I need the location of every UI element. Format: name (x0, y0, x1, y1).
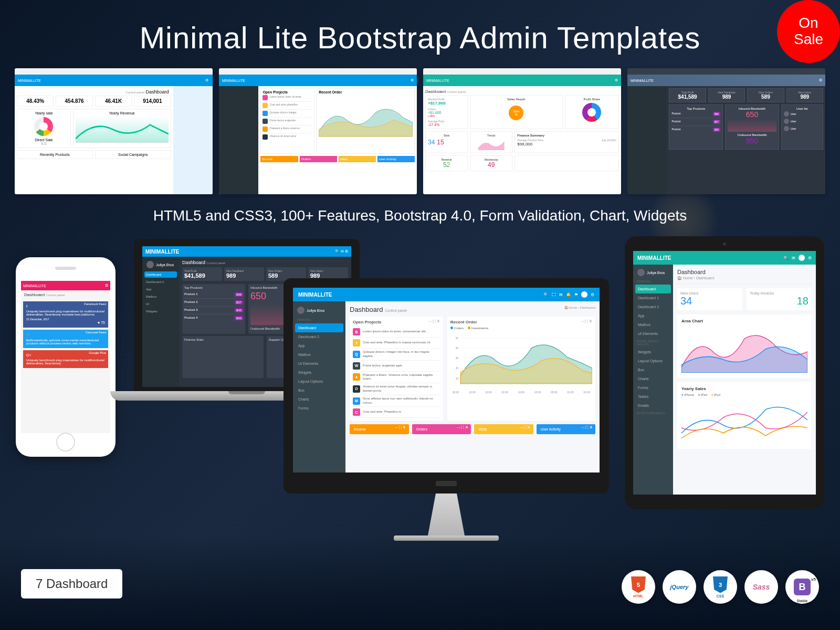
stat-value: -27.4% (428, 123, 465, 127)
visits-card[interactable]: Visits (339, 156, 376, 162)
thumbnail-dashboard-2[interactable]: MINIMALLITE⚙ Open Projects Lorem ipsum d… (219, 68, 417, 194)
sidebar-item[interactable]: Dashboard 2 (295, 332, 343, 341)
sidebar-item[interactable]: Dashboard 2 (144, 279, 177, 285)
stat-value: 589 (750, 94, 781, 100)
dashboard-title: Dashboard (677, 269, 706, 275)
sidebar-item[interactable]: Emails (635, 401, 671, 410)
sidebar-item[interactable]: App (295, 341, 343, 350)
bootstrap-icon: Bv5 Stable (785, 570, 819, 604)
brand-logo: MINIMALLITE (222, 79, 245, 82)
sidebar-item[interactable]: Tables (635, 392, 671, 401)
stat-value: +18% (428, 114, 465, 118)
avatar[interactable] (799, 255, 805, 261)
mail-icon[interactable]: ✉ (559, 292, 563, 297)
stat-value: $98,000 (517, 142, 616, 146)
panel-controls[interactable]: — ⛶ ✕ (428, 320, 439, 324)
sidebar-item[interactable]: UI Elements (295, 359, 343, 368)
gear-icon[interactable]: ⚙ (591, 292, 594, 297)
stat-value: 46.41K (98, 98, 129, 104)
sidebar-item[interactable]: Box (635, 365, 671, 374)
area-chart: 5040302010 18:0019:0020:0021:0022:0023:0… (450, 332, 592, 405)
sidebar-item[interactable]: Layout Options (295, 377, 343, 386)
thumbnail-dashboard-4[interactable]: MINIMALLITE⚙ Total Profit$41,589 New Fee… (627, 68, 825, 194)
breadcrumb: 🏠 Home › Dashboard (564, 306, 595, 309)
stat-value: 48.43% (19, 98, 51, 104)
project-item[interactable]: YCras sed ante. Phasellus in massa commo… (353, 338, 440, 349)
search-icon[interactable]: 🔍 (783, 256, 789, 260)
donut-chart (34, 117, 53, 136)
panel-title: Open Projects (262, 90, 312, 94)
tablet-mockup: MINIMALLITE 🔍 ✉ ⚙ Juliya Brus PERSONAL D… (625, 236, 824, 509)
stat-value: $41,589 (184, 272, 220, 279)
stat-label: Today Invoices (750, 291, 808, 295)
project-item[interactable]: QQuisque dictum. Integer nisl risus, in … (353, 349, 440, 361)
thumbnail-dashboard-1[interactable]: MINIMALLITE⚙ Control panel Dashboard 48.… (15, 68, 213, 194)
jquery-icon: jQuery (663, 570, 696, 604)
project-item[interactable]: APraesent a libero. Vivamus urna, vulput… (353, 372, 440, 384)
flag-icon[interactable]: ⚑ (574, 292, 578, 297)
sidebar-item[interactable]: Dashboard 2 (635, 302, 671, 311)
panel-title: Open Projects (353, 320, 381, 324)
sidebar-item[interactable]: Charts (295, 395, 343, 404)
area-chart (319, 94, 413, 141)
expand-icon[interactable]: ⛶ (552, 292, 556, 297)
income-card[interactable]: Income— ⛶ ✕ (350, 424, 409, 434)
sidebar-section-label: PERSONAL (295, 316, 343, 323)
sidebar-item[interactable]: UI (144, 301, 177, 307)
sidebar-item[interactable]: Layout Options (635, 356, 671, 365)
sidebar-item-dashboard[interactable]: Dashboard (295, 323, 343, 332)
sidebar-item[interactable]: Widgets (295, 368, 343, 377)
project-item[interactable]: CCras sed ante. Phasellus in (353, 407, 440, 418)
dashboard-count-badge: 7 Dashboard (21, 569, 122, 598)
stat-value: 34 (428, 139, 435, 146)
twitter-card[interactable]: 🐦Carousel Feed Enthusiastically optimize… (23, 330, 108, 348)
avatar[interactable] (581, 291, 587, 298)
gear-icon[interactable]: ⚙ (808, 256, 812, 260)
svg-text:10: 10 (455, 377, 458, 380)
sidebar-item-dashboard[interactable]: Dashboard (144, 271, 177, 278)
orders-card[interactable]: Orders— ⛶ ✕ (412, 424, 471, 434)
brand-logo: MINIMALLITE (637, 255, 671, 261)
desktop-mockup: MINIMALLITE 🔍 ⛶ ✉ 🔔 ⚑ ⚙ Juliya Brus PE (284, 278, 609, 551)
sidebar-item[interactable]: App (635, 311, 671, 320)
brand-logo: MINIMALLITE (298, 292, 332, 298)
sidebar-item[interactable]: App (144, 286, 177, 292)
user-activity-card[interactable]: User Activity— ⛶ ✕ (537, 424, 596, 434)
sidebar-item[interactable]: Box (295, 386, 343, 395)
sidebar-item[interactable]: UI Elements (635, 329, 671, 338)
panel-controls[interactable]: — ⛶ ✕ (581, 320, 592, 324)
css3-icon: 3CSS (704, 570, 737, 604)
dashboard-title: Control panel Dashboard (17, 88, 171, 96)
sidebar-item[interactable]: Forms (295, 404, 343, 413)
stat-value: 454.876 (58, 98, 90, 104)
project-item[interactable]: WFusce lectus. eugestas eget. (353, 361, 440, 372)
bell-icon[interactable]: 🔔 (566, 292, 571, 297)
subtitle: HTML5 and CSS3, 100+ Features, Bootstrap… (0, 207, 840, 224)
project-item[interactable]: MNunc efficitur lacus non sem sollicitud… (353, 395, 440, 407)
brand-logo: MINIMALLITE (631, 79, 654, 82)
sidebar-item-dashboard[interactable]: Dashboard (635, 285, 671, 293)
line-chart (681, 396, 807, 444)
project-item[interactable]: BLorem ipsum dolor sit amet, consectetue… (353, 327, 440, 338)
google-plus-card[interactable]: G+Google Plus Uniquely benchmark plug im… (23, 350, 108, 368)
sidebar-item[interactable]: Widgets (635, 348, 671, 356)
sidebar-item[interactable]: Forms (635, 383, 671, 392)
mail-icon[interactable]: ✉ (792, 256, 795, 260)
sidebar-item[interactable]: Mailbox (144, 293, 177, 300)
project-item[interactable]: DVivamus sit amet tortor feugiat, ultric… (353, 383, 440, 395)
svg-text:40: 40 (455, 347, 458, 350)
sidebar-item[interactable]: Mailbox (295, 350, 343, 359)
income-card[interactable]: Income (260, 156, 298, 162)
search-icon[interactable]: 🔍 (543, 292, 549, 297)
facebook-card[interactable]: fFacebook Feed Uniquely benchmark plug i… (23, 301, 108, 328)
sidebar-item[interactable]: Dashboard 1 (635, 293, 671, 302)
orders-card[interactable]: Orders (300, 156, 337, 162)
sidebar-item[interactable]: Charts (635, 374, 671, 383)
sidebar-item[interactable]: Mailbox (635, 320, 671, 329)
svg-text:20: 20 (455, 367, 458, 370)
activity-card[interactable]: User Activity (377, 156, 415, 162)
thumbnail-dashboard-3[interactable]: MINIMALLITE⚙ Dashboard Control panel Mem… (423, 68, 621, 194)
sidebar-item[interactable]: Widgets (144, 308, 177, 314)
visits-card[interactable]: Visits— ⛶ ✕ (474, 424, 533, 434)
sidebar: Juliya Brus PERSONAL Dashboard Dashboard… (293, 301, 345, 472)
